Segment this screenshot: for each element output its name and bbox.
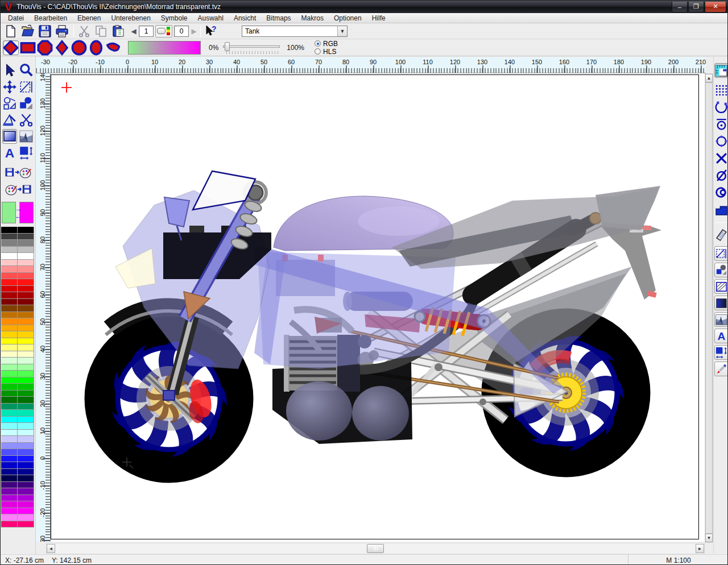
menu-bearbeiten[interactable]: Bearbeiten [29, 14, 72, 22]
palette-swatch[interactable] [1, 331, 18, 338]
palette-swatch[interactable] [18, 475, 34, 481]
close-button[interactable]: ✕ [705, 2, 726, 13]
gradient-preview-bar[interactable] [128, 41, 201, 55]
paste-button[interactable] [111, 24, 125, 38]
palette-swatch[interactable] [1, 279, 18, 285]
open-file-button[interactable] [21, 24, 35, 38]
menu-unterebenen[interactable]: Unterebenen [106, 14, 155, 22]
palette-swatch[interactable] [18, 404, 34, 410]
palette-swatch[interactable] [18, 331, 34, 338]
layer-indicator-button[interactable] [155, 25, 172, 38]
menu-makros[interactable]: Makros [296, 14, 329, 22]
transform-tool[interactable] [19, 80, 34, 94]
palette-swatch[interactable] [18, 260, 34, 266]
title-bar[interactable]: ThouVis - C:\CAD\ThouVis II\Zeichnungen\… [1, 1, 728, 13]
gradient-shape-rhombus-button[interactable] [54, 40, 70, 55]
gradient-shape-rectangle-button[interactable] [20, 40, 36, 55]
slider-thumb[interactable] [225, 42, 230, 51]
palette-swatch[interactable] [18, 443, 34, 449]
palette-swatch[interactable] [1, 227, 18, 233]
palette-swatch[interactable] [1, 364, 18, 371]
combobox-dropdown-arrow[interactable]: ▼ [337, 26, 347, 36]
palette-swatch[interactable] [18, 423, 34, 429]
palette-swatch[interactable] [1, 286, 18, 292]
palette-swatch[interactable] [18, 482, 34, 488]
snap-grid-tool[interactable] [714, 82, 728, 97]
palette-swatch[interactable] [18, 462, 34, 468]
palette-swatch[interactable] [1, 495, 18, 501]
horizontal-scroll-thumb[interactable] [367, 544, 384, 553]
scroll-down-button[interactable]: ▼ [705, 534, 713, 542]
palette-swatch[interactable] [1, 397, 18, 403]
palette-swatch[interactable] [18, 266, 34, 272]
gradient-tool-right[interactable] [714, 296, 728, 310]
hatch-stamp-tool[interactable] [714, 227, 728, 242]
no-fill-tool[interactable] [714, 168, 728, 182]
palette-swatch[interactable] [1, 390, 18, 397]
rgb-radio[interactable] [315, 40, 321, 47]
palette-swatch[interactable] [1, 338, 18, 344]
move-tool[interactable] [2, 80, 17, 94]
palette-swatch[interactable] [18, 384, 34, 390]
minimize-button[interactable]: – [672, 2, 688, 13]
palette-swatch[interactable] [1, 423, 18, 429]
palette-swatch[interactable] [1, 325, 18, 331]
palette-swatch[interactable] [18, 318, 34, 325]
horizontal-scrollbar[interactable]: ◄ ► [46, 543, 705, 554]
palette-swatch[interactable] [1, 299, 18, 305]
palette-swatch[interactable] [18, 299, 34, 305]
palette-swatch[interactable] [1, 456, 18, 462]
text-tool-right[interactable]: A [714, 329, 728, 343]
palette-swatch[interactable] [18, 469, 34, 475]
scissors-tool[interactable] [19, 113, 34, 127]
menu-bitmaps[interactable]: Bitmaps [261, 14, 296, 22]
page-setup-tool[interactable] [714, 63, 728, 78]
palette-swatch[interactable] [18, 514, 34, 521]
print-button[interactable] [55, 24, 69, 38]
palette-swatch[interactable] [1, 462, 18, 468]
pen-tool-right[interactable] [714, 362, 728, 376]
palette-swatch[interactable] [1, 417, 18, 423]
palette-swatch[interactable] [18, 247, 34, 253]
shapes-outline-tool[interactable] [2, 96, 17, 111]
menu-datei[interactable]: Datei [3, 14, 29, 22]
palette-swatch[interactable] [1, 247, 18, 253]
palette-swatch[interactable] [1, 351, 18, 358]
palette-swatch[interactable] [18, 305, 34, 311]
palette-swatch[interactable] [1, 292, 18, 298]
palette-swatch[interactable] [1, 234, 18, 240]
layer-name-combobox[interactable]: Tank ▼ [242, 26, 348, 37]
palette-swatch[interactable] [18, 351, 34, 358]
palette-swatch[interactable] [18, 508, 34, 514]
arc-nodes-tool[interactable] [714, 99, 728, 114]
palette-swatch[interactable] [1, 377, 18, 384]
palette-swatch[interactable] [18, 495, 34, 501]
palette-swatch[interactable] [1, 430, 18, 436]
palette-swatch[interactable] [1, 501, 18, 508]
vertical-ruler[interactable]: 1401301201101009080706050403020100-10-20… [36, 73, 51, 542]
select-tool[interactable] [2, 63, 17, 78]
palette-swatch[interactable] [18, 436, 34, 442]
palette-swatch[interactable] [18, 273, 34, 279]
menu-ansicht[interactable]: Ansicht [229, 14, 261, 22]
scroll-left-button[interactable]: ◄ [47, 544, 55, 553]
palette-swatch[interactable] [18, 286, 34, 292]
palette-swatch[interactable] [18, 240, 34, 246]
palette-swatch[interactable] [18, 390, 34, 397]
palette-swatch[interactable] [1, 508, 18, 514]
palette-swatch[interactable] [1, 404, 18, 410]
drawing-canvas[interactable] [51, 73, 705, 542]
palette-swatch[interactable] [18, 488, 34, 495]
palette-swatch[interactable] [1, 449, 18, 455]
menu-hilfe[interactable]: Hilfe [367, 14, 391, 22]
bitmap-tool-right[interactable] [714, 312, 728, 327]
hls-radio[interactable] [315, 48, 321, 55]
palette-swatch[interactable] [1, 514, 18, 521]
palette-swatch[interactable] [18, 371, 34, 377]
context-help-button[interactable]: ? [204, 24, 218, 38]
slider-track[interactable] [223, 45, 280, 48]
save-to-palette-button[interactable] [5, 165, 31, 180]
palette-swatch[interactable] [18, 521, 34, 527]
layer-number-field[interactable]: 1 [139, 26, 154, 37]
palette-swatch[interactable] [1, 482, 18, 488]
